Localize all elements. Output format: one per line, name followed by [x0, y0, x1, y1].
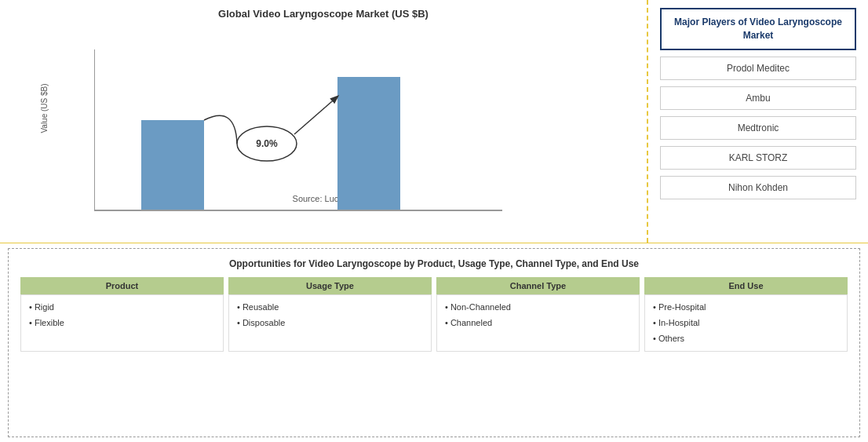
players-title: Major Players of Video Laryngoscope Mark… [660, 8, 856, 50]
player-item-0: Prodol Meditec [660, 57, 856, 80]
top-section: Global Video Laryngoscope Market (US $B)… [0, 0, 868, 243]
category-header-channel: Channel Type [436, 277, 640, 294]
list-item: Flexible [29, 316, 215, 331]
category-usage: Usage Type Reusable Disposable [228, 277, 432, 352]
category-enduse: End Use Pre-Hospital In-Hospital Others [644, 277, 848, 352]
player-item-4: Nihon Kohden [660, 176, 856, 199]
category-body-channel: Non-Channeled Channeled [436, 294, 640, 352]
players-panel: Major Players of Video Laryngoscope Mark… [648, 0, 868, 243]
list-item: Others [653, 331, 839, 347]
chart-area: Global Video Laryngoscope Market (US $B)… [0, 0, 648, 243]
player-item-2: Medtronic [660, 116, 856, 140]
opportunities-title: Opportunities for Video Laryngoscope by … [20, 255, 848, 272]
player-item-3: KARL STORZ [660, 146, 856, 170]
svg-text:9.0%: 9.0% [256, 138, 278, 149]
category-body-enduse: Pre-Hospital In-Hospital Others [644, 294, 848, 352]
list-item: Non-Channeled [445, 300, 631, 316]
chart-title: Global Video Laryngoscope Market (US $B) [16, 8, 631, 20]
category-header-usage: Usage Type [228, 277, 432, 294]
category-channel: Channel Type Non-Channeled Channeled [436, 277, 640, 352]
category-product: Product Rigid Flexible [20, 277, 224, 352]
chart-container: Value (US $B) 2024 2030 9.0% [47, 26, 631, 191]
list-item: Reusable [237, 300, 423, 316]
category-header-product: Product [20, 277, 224, 294]
bottom-section: Opportunities for Video Laryngoscope by … [8, 248, 860, 437]
player-item-1: Ambu [660, 86, 856, 110]
y-axis-label: Value (US $B) [40, 83, 49, 133]
category-header-enduse: End Use [644, 277, 848, 294]
list-item: Rigid [29, 300, 215, 316]
category-body-product: Rigid Flexible [20, 294, 224, 352]
svg-point-6 [237, 126, 297, 161]
source-text: Source: Lucintel [16, 194, 631, 203]
categories-row: Product Rigid Flexible Usage Type Reusab… [20, 277, 848, 352]
list-item: Pre-Hospital [653, 300, 839, 316]
list-item: Disposable [237, 316, 423, 331]
list-item: In-Hospital [653, 316, 839, 331]
svg-rect-1 [337, 77, 400, 210]
svg-line-8 [294, 97, 337, 134]
category-body-usage: Reusable Disposable [228, 294, 432, 352]
list-item: Channeled [445, 316, 631, 331]
chart-svg: 2024 2030 9.0% [94, 49, 502, 214]
